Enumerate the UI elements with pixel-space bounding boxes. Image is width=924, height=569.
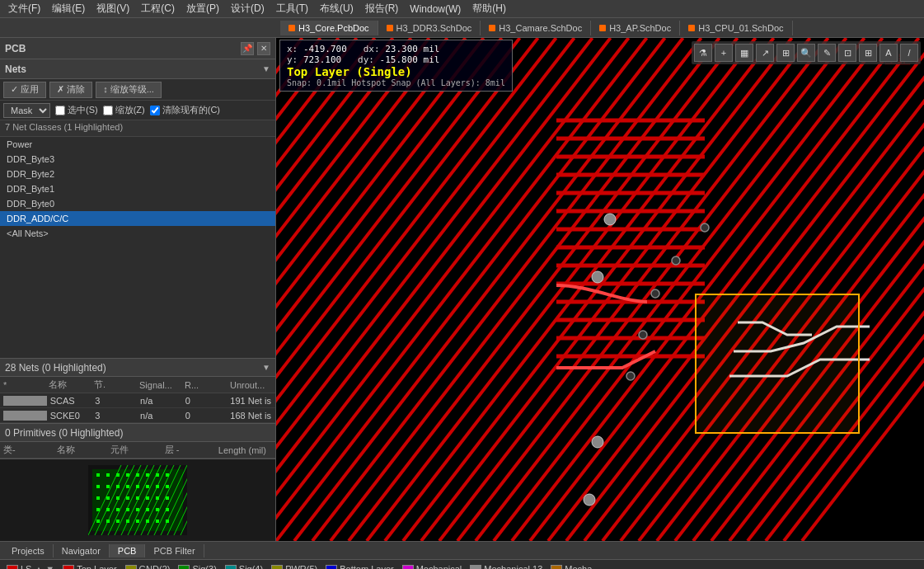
- tab-h3ap[interactable]: H3_AP.SchDoc: [591, 21, 680, 35]
- pcb-panel-header: PCB 📌 ✕: [0, 38, 275, 59]
- nets-section: Nets ▼ ✓ 应用 ✗ 清除 ↕ 缩放等级... Mask 选中(S): [0, 59, 275, 358]
- zoom-checkbox-label[interactable]: 缩放(Z): [103, 104, 145, 116]
- tab-dot: [489, 25, 495, 31]
- net-item-ddrbyte2[interactable]: DDR_Byte2: [0, 167, 275, 181]
- zoom-checkbox[interactable]: [103, 106, 113, 115]
- status-mecha[interactable]: Mecha: [547, 564, 595, 570]
- status-sig3[interactable]: Sig(3): [175, 564, 219, 570]
- net-color-scke0: [3, 411, 47, 421]
- btm-tab-pcb[interactable]: PCB: [110, 544, 146, 557]
- pencil-tool[interactable]: ✎: [818, 44, 836, 62]
- add-tool[interactable]: +: [715, 44, 733, 62]
- menu-design[interactable]: 设计(D): [226, 0, 270, 17]
- mini-map[interactable]: [0, 458, 275, 541]
- status-toplayer[interactable]: Top Layer: [59, 564, 120, 570]
- tab-dot: [387, 25, 393, 31]
- gnd-color: [125, 565, 137, 570]
- net-item-allnets[interactable]: <All Nets>: [0, 226, 275, 241]
- apply-button[interactable]: ✓ 应用: [3, 82, 46, 98]
- left-panel: PCB 📌 ✕ Nets ▼ ✓ 应用 ✗ 清除 ↕ 缩放等级... Mask: [0, 38, 276, 541]
- main-content: PCB 📌 ✕ Nets ▼ ✓ 应用 ✗ 清除 ↕ 缩放等级... Mask: [0, 38, 924, 541]
- chart-tool[interactable]: ▦: [735, 44, 753, 62]
- tab-dot: [599, 25, 606, 31]
- status-ls-color: [7, 565, 18, 570]
- menu-report[interactable]: 报告(R): [360, 0, 404, 17]
- pcb-toolbar: ⚗ + ▦ ↗ ⊞ 🔍 ✎ ⊡ ⊞ A /: [692, 41, 921, 64]
- filter-tool[interactable]: ⚗: [694, 44, 712, 62]
- btm-tab-projects[interactable]: Projects: [3, 544, 54, 557]
- status-pwr5[interactable]: PWR(5): [268, 564, 321, 570]
- nets2-header: 28 Nets (0 Highlighted) ▼: [0, 359, 275, 377]
- status-bar: LS ▲ ▼ Top Layer GND(2) Sig(3) Sig(4) PW…: [0, 559, 924, 569]
- mech-color: [402, 565, 414, 570]
- layer-label: Top Layer (Single): [287, 65, 505, 78]
- menu-help[interactable]: 帮助(H): [467, 0, 511, 17]
- net-row-scas[interactable]: SCAS 3 n/a 0 191 Net is Hid: [0, 393, 275, 408]
- pcb-canvas[interactable]: [276, 38, 924, 541]
- ls-down-arrow[interactable]: ▼: [45, 564, 54, 570]
- menu-bar: 文件(F) 编辑(E) 视图(V) 工程(C) 放置(P) 设计(D) 工具(T…: [0, 0, 924, 18]
- tab-h3ddr3[interactable]: H3_DDR3.SchDoc: [378, 21, 481, 35]
- status-mechanical[interactable]: Mechanical: [399, 564, 466, 570]
- menu-edit[interactable]: 编辑(E): [47, 0, 90, 17]
- nets-collapse-arrow[interactable]: ▼: [262, 64, 270, 73]
- pin-button[interactable]: 📌: [241, 42, 254, 55]
- ls-up-arrow[interactable]: ▲: [34, 564, 43, 570]
- net-class-list[interactable]: Power DDR_Byte3 DDR_Byte2 DDR_Byte1 DDR_…: [0, 137, 275, 358]
- primitives-header: 0 Primitives (0 Highlighted): [0, 424, 275, 442]
- clear-button[interactable]: ✗ 清除: [49, 82, 92, 98]
- measure-tool[interactable]: ⊡: [838, 44, 856, 62]
- nets-table-header: * 名称 节. Signal... R... Unrout...: [0, 377, 275, 393]
- mini-map-canvas: [88, 465, 187, 535]
- clear-existing-checkbox[interactable]: [150, 106, 160, 115]
- mask-select[interactable]: Mask: [3, 103, 50, 118]
- menu-route[interactable]: 布线(U): [315, 0, 359, 17]
- menu-view[interactable]: 视图(V): [91, 0, 134, 17]
- arrow-tool[interactable]: ↗: [756, 44, 774, 62]
- menu-place[interactable]: 放置(P): [181, 0, 224, 17]
- clear-existing-checkbox-label[interactable]: 清除现有的(C): [150, 104, 220, 116]
- text-tool[interactable]: A: [879, 44, 898, 62]
- grid-tool[interactable]: ⊞: [859, 44, 877, 62]
- status-mechanical13[interactable]: Mechanical 13: [467, 564, 546, 570]
- tab-h3cpu01[interactable]: H3_CPU_01.SchDoc: [680, 21, 792, 35]
- menu-window[interactable]: Window(W): [405, 2, 466, 16]
- select-tool[interactable]: ⊞: [776, 44, 795, 62]
- net-row-scke0[interactable]: SCKE0 3 n/a 0 168 Net is Hid: [0, 408, 275, 423]
- tab-h3camare[interactable]: H3_Camare.SchDoc: [481, 21, 591, 35]
- primitives-table-header: 类- 名称 元件 层 - Length (mil): [0, 442, 275, 458]
- zoom-button[interactable]: ↕ 缩放等级...: [96, 82, 162, 98]
- mech13-color: [470, 565, 481, 570]
- line-tool[interactable]: /: [900, 44, 918, 62]
- menu-project[interactable]: 工程(C): [136, 0, 180, 17]
- select-checkbox-label[interactable]: 选中(S): [55, 104, 98, 116]
- snap-info: Snap: 0.1mil Hotspot Snap (All Layers): …: [287, 78, 505, 87]
- pcb-view[interactable]: x: -419.700 dx: 23.300 mil y: 723.100 dy…: [276, 38, 924, 541]
- status-gnd[interactable]: GND(2): [122, 564, 174, 570]
- magnify-tool[interactable]: 🔍: [797, 44, 815, 62]
- net-color-scas: [3, 396, 47, 406]
- net-item-ddrbyte1[interactable]: DDR_Byte1: [0, 181, 275, 196]
- nets-section-header: Nets ▼: [0, 59, 275, 79]
- net-classes-header: 7 Net Classes (1 Highlighted): [0, 120, 275, 137]
- net-item-ddrbyte3[interactable]: DDR_Byte3: [0, 152, 275, 167]
- filter-row: Mask 选中(S) 缩放(Z) 清除现有的(C): [0, 101, 275, 120]
- status-sig4[interactable]: Sig(4): [222, 564, 266, 570]
- menu-tools[interactable]: 工具(T): [271, 0, 313, 17]
- nets-section-title: Nets: [5, 63, 26, 75]
- select-checkbox[interactable]: [55, 106, 65, 115]
- menu-file[interactable]: 文件(F): [3, 0, 45, 17]
- net-item-ddradd[interactable]: DDR_ADD/C/C: [0, 211, 275, 226]
- status-bottomlayer[interactable]: Bottom Layer: [322, 564, 396, 570]
- net-item-ddrbyte0[interactable]: DDR_Byte0: [0, 196, 275, 211]
- close-panel-button[interactable]: ✕: [257, 42, 270, 55]
- primitives-section: 0 Primitives (0 Highlighted) 类- 名称 元件 层 …: [0, 423, 275, 458]
- nets2-collapse-arrow[interactable]: ▼: [262, 363, 270, 372]
- net-item-power[interactable]: Power: [0, 137, 275, 152]
- pcb-panel-title: PCB: [5, 43, 26, 54]
- coord-y-line: y: 723.100 dy: -15.800 mil: [287, 54, 505, 65]
- tab-h3core[interactable]: H3_Core.PcbDoc: [280, 21, 378, 35]
- btm-tab-pcbfilter[interactable]: PCB Filter: [145, 544, 204, 557]
- btm-tab-navigator[interactable]: Navigator: [54, 544, 110, 557]
- status-ls: LS ▲ ▼: [3, 564, 58, 570]
